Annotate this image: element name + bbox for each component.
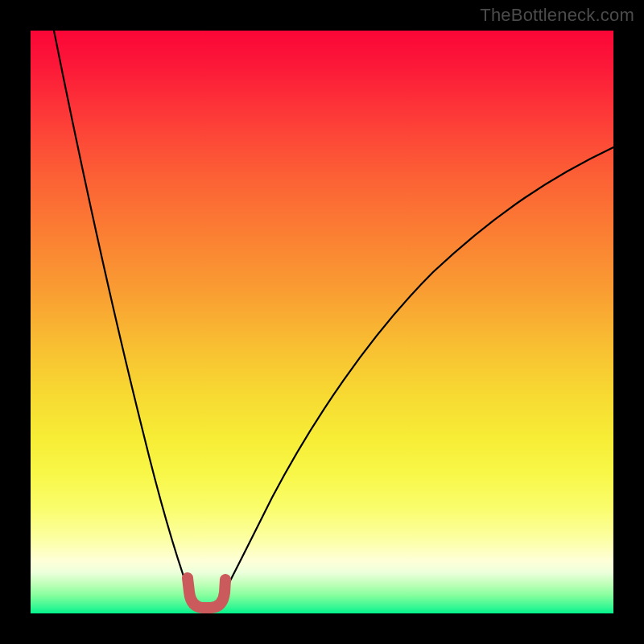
watermark-text: TheBottleneck.com: [480, 5, 634, 26]
chart-frame: TheBottleneck.com: [0, 0, 644, 644]
curve-left-branch: [54, 31, 196, 607]
curve-layer: [31, 31, 613, 613]
curve-right-branch: [217, 147, 613, 607]
plot-area: [31, 31, 613, 613]
minimum-marker: [188, 578, 225, 608]
